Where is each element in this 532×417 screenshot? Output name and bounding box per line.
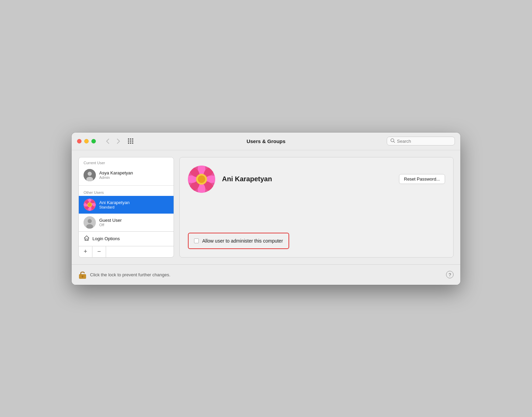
user-header: Ani Karapetyan Reset Password...: [188, 166, 445, 193]
divider-1: [79, 185, 174, 186]
guest-user-item[interactable]: Guest User Off: [79, 214, 174, 231]
ani-user-info: Ani Karapetyan Standard: [99, 200, 130, 209]
selected-user-avatar: [188, 166, 215, 193]
current-user-item[interactable]: Asya Karapetyan Admin: [79, 166, 174, 184]
selected-user-name: Ani Karapetyan: [222, 175, 392, 183]
titlebar: Users & Groups: [72, 133, 460, 150]
guest-avatar: [84, 216, 96, 229]
search-bar[interactable]: [387, 137, 455, 145]
back-button[interactable]: [103, 136, 112, 146]
sidebar: Current User Asya Karapetyan Admin Other…: [78, 157, 174, 258]
forward-button[interactable]: [114, 136, 123, 146]
minimize-button[interactable]: [84, 139, 89, 143]
remove-user-button[interactable]: −: [92, 246, 106, 257]
administer-checkbox-row: Allow user to administer this computer: [188, 233, 289, 249]
guest-user-role: Off: [99, 223, 122, 227]
maximize-button[interactable]: [91, 139, 96, 143]
ani-avatar: [84, 199, 96, 211]
svg-point-30: [198, 175, 205, 183]
grid-view-button[interactable]: [126, 136, 135, 146]
users-groups-window: Users & Groups Current User: [72, 133, 460, 285]
add-user-button[interactable]: +: [79, 246, 92, 257]
search-input[interactable]: [397, 139, 451, 144]
bottom-section: Allow user to administer this computer: [188, 233, 445, 249]
current-user-info: Asya Karapetyan Admin: [99, 170, 133, 180]
svg-rect-33: [82, 277, 83, 278]
lock-button[interactable]: Click the lock to prevent further change…: [78, 270, 171, 279]
sidebar-footer: Login Options + −: [79, 231, 174, 257]
lock-text: Click the lock to prevent further change…: [90, 272, 171, 277]
home-icon: [84, 235, 90, 243]
close-button[interactable]: [77, 139, 82, 143]
traffic-lights: [77, 139, 96, 143]
lock-icon: [78, 270, 87, 279]
other-users-label: Other Users: [79, 187, 174, 196]
help-button[interactable]: ?: [446, 271, 454, 278]
main-content: Current User Asya Karapetyan Admin Other…: [72, 150, 460, 264]
nav-buttons: [103, 136, 123, 146]
administer-checkbox[interactable]: [194, 238, 199, 243]
svg-point-17: [88, 219, 92, 223]
guest-user-info: Guest User Off: [99, 218, 122, 227]
ani-karapetyan-item[interactable]: Ani Karapetyan Standard: [79, 196, 174, 214]
window-title: Users & Groups: [247, 138, 285, 144]
administer-label: Allow user to administer this computer: [202, 238, 283, 244]
svg-point-15: [88, 203, 91, 206]
login-options-label: Login Options: [92, 236, 120, 241]
ani-user-role: Standard: [99, 205, 130, 209]
ani-user-name: Ani Karapetyan: [99, 200, 130, 205]
bottom-bar: Click the lock to prevent further change…: [72, 264, 460, 285]
current-user-name: Asya Karapetyan: [99, 170, 133, 175]
current-user-avatar: [84, 169, 96, 181]
search-icon: [390, 138, 395, 144]
current-user-label: Current User: [79, 157, 174, 166]
sidebar-actions: + −: [79, 246, 174, 257]
svg-point-3: [88, 172, 92, 176]
guest-user-name: Guest User: [99, 218, 122, 223]
current-user-role: Admin: [99, 175, 133, 180]
svg-line-1: [394, 141, 395, 143]
reset-password-button[interactable]: Reset Password...: [399, 174, 445, 184]
main-panel: Ani Karapetyan Reset Password... Allow u…: [179, 157, 454, 258]
login-options-item[interactable]: Login Options: [79, 232, 174, 246]
